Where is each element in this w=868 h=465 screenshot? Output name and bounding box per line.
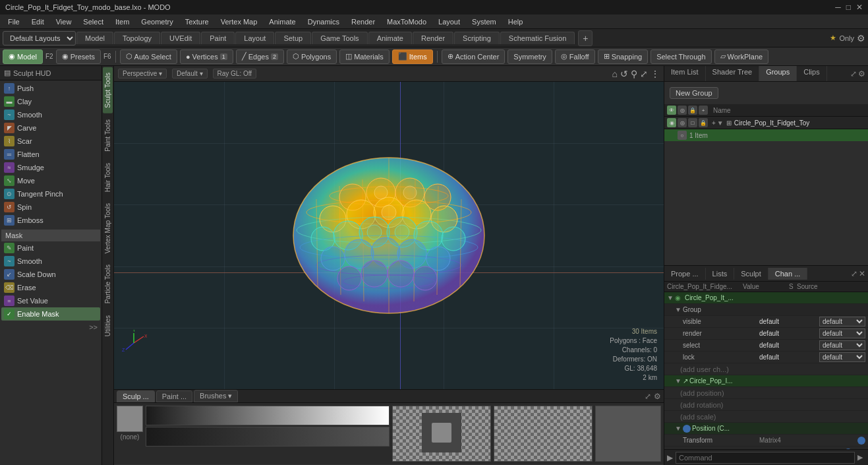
bottom-tab-paint[interactable]: Paint ... xyxy=(156,390,192,402)
bottom-tab-sculpt[interactable]: Sculp ... xyxy=(117,390,155,402)
tool-tangent-pinch[interactable]: ⊙ Tangent Pinch xyxy=(1,187,100,201)
ray-gl-button[interactable]: Ray GL: Off xyxy=(213,69,257,78)
menu-edit[interactable]: Edit xyxy=(26,16,49,27)
chan-tab-properties[interactable]: Prope ... xyxy=(664,268,706,280)
vp-home-icon[interactable]: ⌂ xyxy=(612,69,618,79)
tool-carve[interactable]: ◤ Carve xyxy=(1,121,100,135)
vert-tab-hair-tools[interactable]: Hair Tools xyxy=(103,158,113,197)
texture-panel-3[interactable] xyxy=(595,406,661,462)
tab-setup[interactable]: Setup xyxy=(275,32,311,44)
tab-schematic[interactable]: Schematic Fusion xyxy=(500,32,575,44)
gradient-strip-1[interactable] xyxy=(146,406,390,425)
tab-uvedit[interactable]: UVEdit xyxy=(161,32,200,44)
menu-item[interactable]: Item xyxy=(110,16,134,27)
tool-clay[interactable]: ▬ Clay xyxy=(1,95,100,108)
tab-layout[interactable]: Layout xyxy=(235,32,274,44)
new-group-button[interactable]: New Group xyxy=(670,87,718,99)
menu-animate[interactable]: Animate xyxy=(264,16,301,27)
chan-render-select[interactable]: default xyxy=(819,328,865,338)
chan-row-main-group[interactable]: ▼ ◉ Circle_Pop_It_... xyxy=(664,292,868,304)
add-icon[interactable]: + xyxy=(699,106,708,115)
model-toggle-button[interactable]: ◉ Model xyxy=(3,49,43,64)
polygons-button[interactable]: ⬡ Polygons xyxy=(287,49,337,64)
viewport[interactable]: Perspective ▾ Default ▾ Ray GL: Off ⌂ ↺ … xyxy=(114,66,664,389)
command-exec-button[interactable]: ▶ xyxy=(855,453,865,462)
right-tab-groups[interactable]: Groups xyxy=(759,66,797,81)
vert-tab-paint-tools[interactable]: Paint Tools xyxy=(103,114,113,157)
menu-system[interactable]: System xyxy=(467,16,502,27)
right-expand-icon[interactable]: ⤢ xyxy=(850,69,857,78)
snapping-button[interactable]: ⊞ Snapping xyxy=(598,49,649,64)
texture-panel-1[interactable] xyxy=(392,406,491,462)
layout-dropdown[interactable]: Default Layouts xyxy=(3,31,76,46)
viewport-canvas[interactable]: X Y Z 30 Items Polygons : Face Channels:… xyxy=(114,82,664,389)
group-item-fidget[interactable]: ▼ ⊞ Circle_Pop_It_Fidget_Toy xyxy=(717,119,865,127)
chan-row-group[interactable]: ▼ Group xyxy=(664,304,868,316)
auto-select-button[interactable]: ⬡ Auto Select xyxy=(120,49,177,64)
menu-texture[interactable]: Texture xyxy=(180,16,214,27)
expand-button[interactable]: >> xyxy=(89,323,98,331)
menu-vertex-map[interactable]: Vertex Map xyxy=(216,16,263,27)
action-center-button[interactable]: ⊕ Action Center xyxy=(442,49,506,64)
chan-tab-sculpt[interactable]: Sculpt xyxy=(734,268,768,280)
chan-expand-icon[interactable]: ⤢ xyxy=(851,269,857,278)
tool-scar[interactable]: ⌇ Scar xyxy=(1,135,100,148)
right-tab-clips[interactable]: Clips xyxy=(797,66,826,81)
vert-tab-sculpt-tools[interactable]: Sculpt Tools xyxy=(103,67,113,113)
tool-push[interactable]: ↑ Push xyxy=(1,82,100,95)
add-layout-tab-button[interactable]: + xyxy=(578,30,593,46)
vp-search-icon[interactable]: ⚲ xyxy=(631,69,637,79)
presets-toggle-button[interactable]: ◉ Presets xyxy=(56,49,101,64)
group-select-icon[interactable]: □ xyxy=(688,118,697,127)
shading-button[interactable]: Default ▾ xyxy=(172,69,207,78)
right-tab-item-list[interactable]: Item List xyxy=(664,66,706,81)
vert-tab-particle-tools[interactable]: Particle Tools xyxy=(103,259,113,309)
texture-panel-2[interactable] xyxy=(494,406,593,462)
group-render-icon[interactable]: ◎ xyxy=(678,118,687,127)
chan-row-add-rotation[interactable]: (add rotation) xyxy=(664,399,868,411)
perspective-button[interactable]: Perspective ▾ xyxy=(118,69,167,78)
edges-button[interactable]: ╱ Edges 2 xyxy=(236,49,284,64)
chan-visible-select[interactable]: default xyxy=(819,317,865,326)
gradient-strip-2[interactable] xyxy=(146,427,390,447)
menu-select[interactable]: Select xyxy=(78,16,109,27)
tool-enable-mask[interactable]: ✓ Enable Mask xyxy=(1,307,100,321)
chan-row-add-position[interactable]: (add position) xyxy=(664,387,868,399)
render-icon[interactable]: ◎ xyxy=(678,106,687,115)
falloff-button[interactable]: ◎ Falloff xyxy=(555,49,595,64)
menu-render[interactable]: Render xyxy=(346,16,380,27)
vert-tab-utilities[interactable]: Utilities xyxy=(103,310,113,342)
menu-dynamics[interactable]: Dynamics xyxy=(303,16,345,27)
menu-maxtomodo[interactable]: MaxToModo xyxy=(382,16,432,27)
lock-icon[interactable]: 🔒 xyxy=(688,106,697,115)
tab-topology[interactable]: Topology xyxy=(114,32,160,44)
tool-smooth[interactable]: ~ Smooth xyxy=(1,108,100,121)
items-button[interactable]: ⬛ Items xyxy=(392,49,433,64)
right-settings-icon[interactable]: ⚙ xyxy=(858,69,865,78)
expand-viewport-icon[interactable]: ⤢ xyxy=(645,392,651,401)
bottom-settings-icon[interactable]: ⚙ xyxy=(654,392,661,401)
materials-button[interactable]: ◫ Materials xyxy=(339,49,390,64)
tool-flatten[interactable]: ═ Flatten xyxy=(1,148,100,161)
tool-scale-down[interactable]: ↙ Scale Down xyxy=(1,268,100,281)
chan-tab-channels[interactable]: Chan ... xyxy=(768,268,808,280)
menu-view[interactable]: View xyxy=(51,16,77,27)
tool-emboss[interactable]: ⊞ Emboss xyxy=(1,214,100,227)
tab-animate[interactable]: Animate xyxy=(368,32,412,44)
bottom-tab-brushes[interactable]: Brushes ▾ xyxy=(194,390,238,402)
command-input[interactable] xyxy=(676,452,855,464)
tool-paint[interactable]: ✎ Paint xyxy=(1,241,100,255)
chan-select-select[interactable]: default xyxy=(819,340,865,350)
chan-lock-select[interactable]: default xyxy=(819,352,865,362)
tool-spin[interactable]: ↺ Spin xyxy=(1,201,100,214)
chan-close-icon[interactable]: ✕ xyxy=(859,269,865,278)
group-visibility-icon[interactable]: ◉ xyxy=(667,118,676,127)
menu-file[interactable]: File xyxy=(3,16,25,27)
vertices-button[interactable]: ● Vertices 1 xyxy=(180,49,233,64)
chan-row-add-user[interactable]: (add user ch...) xyxy=(664,363,868,375)
close-button[interactable]: ✕ xyxy=(856,3,863,12)
visibility-icon[interactable]: 👁 xyxy=(667,106,676,115)
select-through-button[interactable]: Select Through xyxy=(651,49,711,64)
tool-smooth-mask[interactable]: ~ Smooth xyxy=(1,255,100,268)
menu-geometry[interactable]: Geometry xyxy=(136,16,178,27)
